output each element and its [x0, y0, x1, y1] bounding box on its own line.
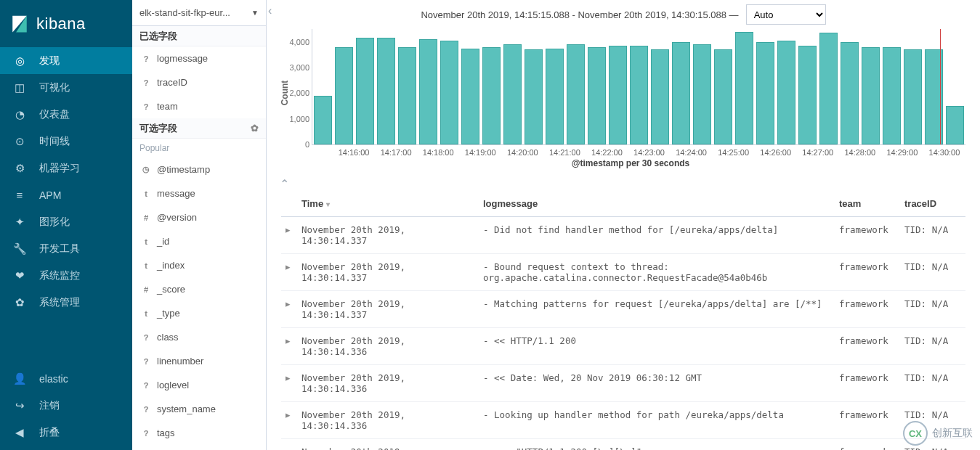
bar[interactable]	[883, 47, 901, 144]
bar[interactable]	[672, 42, 690, 144]
brand-text: kibana	[36, 15, 86, 33]
bar[interactable]	[777, 41, 795, 144]
collapse-chart-icon[interactable]: ⌃	[280, 177, 980, 191]
col-team[interactable]: team	[835, 191, 900, 217]
bar[interactable]	[819, 33, 838, 144]
y-tick: 3,000	[289, 63, 309, 72]
nav-item-9[interactable]: ✿系统管理	[0, 289, 132, 316]
nav-icon: 👤	[13, 372, 26, 385]
nav-label: 机器学习	[39, 162, 80, 175]
timerange-text: November 20th 2019, 14:15:15.088 - Novem…	[421, 9, 738, 20]
field-name: traceID	[157, 77, 187, 88]
field-_index[interactable]: t_index	[132, 253, 266, 277]
bar[interactable]	[946, 106, 964, 144]
watermark-text: 创新互联	[932, 427, 973, 440]
col-traceid[interactable]: traceID	[900, 191, 965, 217]
bar[interactable]	[398, 47, 416, 144]
doc-table: Time ▾ logmessage team traceID ▸November…	[267, 191, 980, 450]
fields-sidebar: elk-stand-sit-fkp-eur... ▼ 已选字段 ?logmess…	[132, 0, 267, 450]
nav-bottom-2[interactable]: ◀折叠	[0, 419, 132, 446]
cell-traceid: TID: N/A	[900, 217, 965, 254]
field-type-icon: ?	[139, 54, 153, 63]
bar[interactable]	[440, 41, 458, 144]
bar[interactable]	[503, 44, 522, 144]
table-row: ▸November 20th 2019, 14:30:14.336- Looki…	[281, 402, 965, 439]
nav-item-3[interactable]: ⊙时间线	[0, 128, 132, 155]
nav-item-4[interactable]: ⚙机器学习	[0, 155, 132, 181]
gear-icon[interactable]: ✿	[251, 123, 259, 134]
bar[interactable]	[356, 38, 374, 144]
x-tick: 14:27:00	[797, 148, 839, 157]
bar[interactable]	[904, 49, 922, 144]
field-@timestamp[interactable]: ◷@timestamp	[132, 158, 266, 181]
field-type-icon: t	[139, 261, 153, 270]
field-name: message	[157, 188, 195, 199]
cell-logmessage: - << Date: Wed, 20 Nov 2019 06:30:12 GMT	[479, 365, 835, 402]
bar[interactable]	[567, 44, 585, 144]
field-logmessage[interactable]: ?logmessage	[132, 46, 266, 70]
bar[interactable]	[841, 42, 859, 144]
field-class[interactable]: ?class	[132, 325, 266, 349]
expand-icon[interactable]: ▸	[281, 328, 297, 365]
nav-item-2[interactable]: ◔仪表盘	[0, 101, 132, 128]
field-loglevel[interactable]: ?loglevel	[132, 373, 266, 397]
collapse-sidebar-icon[interactable]: ‹	[268, 4, 272, 17]
bar[interactable]	[714, 49, 732, 144]
interval-select[interactable]: Auto	[746, 4, 826, 25]
nav-label: 注销	[39, 399, 60, 412]
field-tags[interactable]: ?tags	[132, 421, 266, 445]
bar[interactable]	[609, 46, 627, 144]
field-name: linenumber	[157, 356, 203, 367]
cell-team: framework	[835, 291, 900, 328]
nav-bottom-0[interactable]: 👤elastic	[0, 365, 132, 392]
field-traceID[interactable]: ?traceID	[132, 70, 266, 94]
brand[interactable]: kibana	[0, 0, 132, 47]
nav-item-6[interactable]: ✦图形化	[0, 208, 132, 235]
col-time[interactable]: Time ▾	[297, 191, 479, 217]
expand-icon[interactable]: ▸	[281, 439, 297, 451]
expand-icon[interactable]: ▸	[281, 217, 297, 254]
cell-team: framework	[835, 402, 900, 439]
index-pattern-select[interactable]: elk-stand-sit-fkp-eur... ▼	[132, 0, 266, 26]
field-_id[interactable]: t_id	[132, 229, 266, 253]
bar[interactable]	[735, 32, 753, 144]
bar[interactable]	[335, 47, 353, 144]
nav-bottom-1[interactable]: ↪注销	[0, 392, 132, 419]
field-@version[interactable]: #@version	[132, 205, 266, 229]
col-logmessage[interactable]: logmessage	[479, 191, 835, 217]
bar[interactable]	[461, 49, 479, 145]
bar[interactable]	[419, 39, 437, 144]
bar[interactable]	[546, 49, 564, 145]
field-_score[interactable]: #_score	[132, 277, 266, 301]
nav-item-1[interactable]: ◫可视化	[0, 74, 132, 101]
nav-item-7[interactable]: 🔧开发工具	[0, 235, 132, 262]
field-system_name[interactable]: ?system_name	[132, 397, 266, 421]
expand-icon[interactable]: ▸	[281, 365, 297, 402]
field-linenumber[interactable]: ?linenumber	[132, 349, 266, 373]
bar[interactable]	[482, 47, 501, 144]
field-_type[interactable]: t_type	[132, 301, 266, 325]
bar[interactable]	[525, 49, 543, 144]
cell-traceid: TID: N/A	[900, 328, 965, 365]
cell-logmessage: - << HTTP/1.1 200	[479, 328, 835, 365]
nav-item-0[interactable]: ◎发现	[0, 47, 132, 74]
expand-icon[interactable]: ▸	[281, 254, 297, 291]
bar[interactable]	[651, 49, 669, 144]
bar[interactable]	[377, 38, 395, 144]
nav-item-5[interactable]: ≡APM	[0, 181, 132, 208]
bar[interactable]	[693, 44, 711, 144]
expand-icon[interactable]: ▸	[281, 291, 297, 328]
expand-icon[interactable]: ▸	[281, 402, 297, 439]
bar[interactable]	[756, 42, 774, 144]
nav-label: 折叠	[39, 426, 60, 439]
bar[interactable]	[798, 46, 817, 144]
bar[interactable]	[862, 47, 880, 144]
field-message[interactable]: tmessage	[132, 181, 266, 205]
nav-item-8[interactable]: ❤系统监控	[0, 262, 132, 289]
bar[interactable]	[630, 46, 648, 144]
bar[interactable]	[588, 47, 606, 144]
bar[interactable]	[314, 96, 332, 144]
field-name: @version	[157, 212, 197, 223]
nav-label: 时间线	[39, 135, 70, 148]
field-team[interactable]: ?team	[132, 94, 266, 118]
